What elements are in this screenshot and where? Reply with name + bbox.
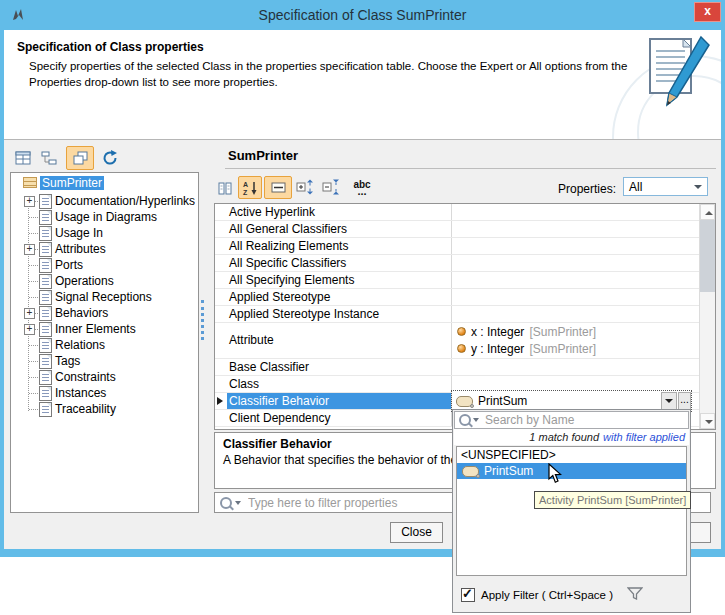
- close-button[interactable]: Close: [390, 522, 443, 543]
- tree-root-sumprinter[interactable]: SumPrinter: [11, 175, 198, 191]
- filter-applied-link[interactable]: with filter applied: [603, 431, 685, 443]
- tree-item-inner-elements[interactable]: Inner Elements: [11, 321, 198, 337]
- class-icon: [23, 177, 37, 188]
- tree-item-behaviors[interactable]: Behaviors: [11, 305, 198, 321]
- table-row[interactable]: All Realizing Elements: [215, 238, 699, 255]
- classifier-behavior-value: PrintSum: [478, 392, 661, 410]
- popup-result-list: <UNSPECIFIED> PrintSum: [456, 446, 687, 576]
- attribute-value-x[interactable]: x : Integer [SumPrinter]: [452, 323, 699, 340]
- table-row[interactable]: Applied Stereotype Instance: [215, 306, 699, 323]
- scrollbar-thumb[interactable]: [700, 220, 715, 292]
- document-icon: [39, 306, 52, 321]
- header-separator: [225, 168, 716, 169]
- expander-icon[interactable]: [24, 244, 35, 255]
- show-stack-view-button[interactable]: [66, 146, 94, 170]
- browse-ellipsis-button[interactable]: [678, 392, 691, 410]
- selected-row-marker: [215, 393, 227, 409]
- behavior-dropdown-popup: 1 match foundwith filter applied <UNSPEC…: [452, 409, 691, 613]
- apply-filter-checkbox[interactable]: [461, 588, 475, 602]
- list-item-printsum[interactable]: PrintSum: [457, 463, 686, 479]
- properties-mode-value: All: [629, 179, 642, 195]
- tree-item-ports[interactable]: Ports: [11, 257, 198, 273]
- tree-item-signal-receptions[interactable]: Signal Receptions: [11, 289, 198, 305]
- show-table-view-button[interactable]: [12, 147, 34, 168]
- filter-funnel-icon[interactable]: [627, 587, 643, 603]
- list-item-unspecified[interactable]: <UNSPECIFIED>: [457, 447, 686, 463]
- table-row[interactable]: Base Classifier: [215, 359, 699, 376]
- table-scrollbar[interactable]: [699, 204, 715, 429]
- document-icon: [39, 402, 52, 417]
- table-row[interactable]: Applied Stereotype: [215, 289, 699, 306]
- tree-item-attributes[interactable]: Attributes: [11, 241, 198, 257]
- search-icon: [220, 497, 232, 509]
- tree-item-constraints[interactable]: Constraints: [11, 369, 198, 385]
- document-icon: [39, 322, 52, 337]
- expander-icon[interactable]: [24, 308, 35, 319]
- classifier-behavior-editor[interactable]: PrintSum: [452, 391, 691, 411]
- tree-item-tags[interactable]: Tags: [11, 353, 198, 369]
- table-row[interactable]: All Specific Classifiers: [215, 255, 699, 272]
- expander-icon[interactable]: [24, 324, 35, 335]
- chevron-down-icon: [705, 420, 713, 424]
- tree-root-label: SumPrinter: [40, 176, 104, 190]
- scroll-down-button[interactable]: [700, 413, 715, 429]
- attribute-icon: [457, 327, 466, 336]
- table-row[interactable]: All General Classifiers: [215, 221, 699, 238]
- titlebar[interactable]: Specification of Class SumPrinter x: [0, 0, 725, 30]
- tree-item-instances[interactable]: Instances: [11, 385, 198, 401]
- match-status: 1 match foundwith filter applied: [454, 430, 685, 445]
- properties-mode-label: Properties:: [558, 182, 616, 196]
- table-row-attribute[interactable]: Attribute x : Integer [SumPrinter] y : I…: [215, 323, 699, 359]
- popup-search-field[interactable]: [454, 411, 689, 429]
- tree-item-traceability[interactable]: Traceability: [11, 401, 198, 417]
- mouse-cursor: [548, 463, 562, 487]
- popup-search-area: 1 match foundwith filter applied: [454, 411, 689, 445]
- tree-item-usage-in[interactable]: Usage In: [11, 225, 198, 241]
- svg-text:Z: Z: [243, 189, 248, 196]
- document-icon: [39, 258, 52, 273]
- banner-title: Specification of Class properties: [17, 40, 204, 54]
- document-icon: [39, 290, 52, 305]
- document-icon: [39, 354, 52, 369]
- banner-description-line2: Properties drop-down list to see more pr…: [29, 76, 278, 88]
- expand-all-button[interactable]: [296, 178, 314, 196]
- show-tree-view-button[interactable]: [38, 147, 60, 168]
- tree-item-operations[interactable]: Operations: [11, 273, 198, 289]
- open-dropdown-button[interactable]: [661, 392, 677, 410]
- scroll-up-button[interactable]: [700, 204, 715, 220]
- expander-icon[interactable]: [24, 196, 35, 207]
- window-title: Specification of Class SumPrinter: [0, 0, 725, 30]
- document-icon: [39, 274, 52, 289]
- show-description-button[interactable]: [264, 176, 292, 199]
- activity-icon: [456, 396, 473, 407]
- properties-table: Active Hyperlink All General Classifiers…: [214, 203, 716, 430]
- properties-mode-select[interactable]: All: [623, 177, 708, 196]
- tooltip: Activity PrintSum [SumPrinter]: [534, 491, 691, 509]
- refresh-button[interactable]: [98, 147, 122, 168]
- attribute-icon: [457, 344, 466, 353]
- panel-splitter-handle[interactable]: [201, 300, 207, 340]
- close-window-button[interactable]: x: [694, 2, 721, 22]
- popup-footer: Apply Filter ( Ctrl+Space ): [453, 578, 690, 612]
- search-options-caret-icon[interactable]: [473, 418, 479, 422]
- tree-item-usage-in-diagrams[interactable]: Usage in Diagrams: [11, 209, 198, 225]
- document-icon: [39, 194, 52, 209]
- tree-item-relations[interactable]: Relations: [11, 337, 198, 353]
- chevron-up-icon: [705, 211, 713, 215]
- collapse-all-button[interactable]: [322, 178, 340, 196]
- attribute-value-y[interactable]: y : Integer [SumPrinter]: [452, 340, 699, 357]
- sort-alphabetically-button[interactable]: AZ: [238, 176, 262, 199]
- activity-icon: [462, 466, 479, 477]
- document-icon: [39, 338, 52, 353]
- table-row[interactable]: All Specifying Elements: [215, 272, 699, 289]
- table-row[interactable]: Active Hyperlink: [215, 204, 699, 221]
- popup-search-input[interactable]: [483, 412, 688, 428]
- tree-item-documentation-hyperlinks[interactable]: Documentation/Hyperlinks: [11, 193, 198, 209]
- chevron-down-icon: [665, 399, 673, 403]
- customize-columns-button[interactable]: [216, 179, 234, 197]
- document-icon: [39, 242, 52, 257]
- search-options-caret-icon[interactable]: [235, 501, 241, 505]
- screenshot-stage: Specification of Class SumPrinter x Spec…: [0, 0, 725, 615]
- chevron-down-icon: [694, 185, 702, 189]
- spell-check-button[interactable]: abc: [350, 177, 374, 197]
